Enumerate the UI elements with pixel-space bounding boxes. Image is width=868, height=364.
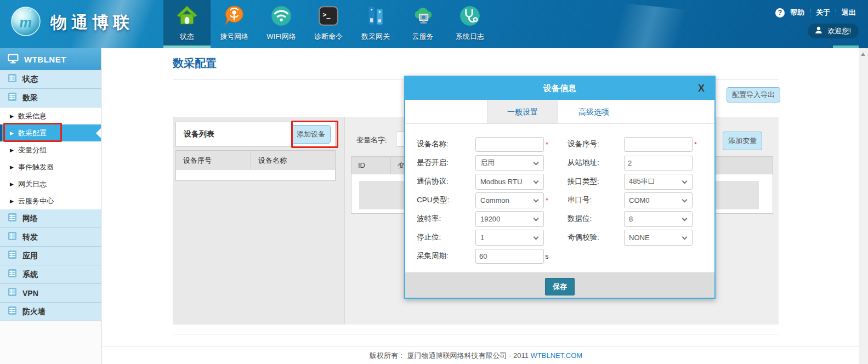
field-label: 通信协议: xyxy=(417,177,475,186)
sidebar-header: WTBLNET xyxy=(0,48,101,70)
modal-footer: 保存 xyxy=(405,272,714,298)
interface-type-select[interactable]: 485串口 xyxy=(624,174,693,190)
sidebar-subitem-data-config[interactable]: ▶ 数采配置 xyxy=(0,124,101,141)
nav-item-status[interactable]: 状态 xyxy=(163,0,211,48)
sidebar-item-forwarding[interactable]: 转发 xyxy=(0,228,101,247)
nav-item-dial-network[interactable]: 拨号网络 xyxy=(211,0,258,48)
list-icon xyxy=(8,73,17,85)
device-name-field[interactable] xyxy=(475,137,544,152)
device-list-panel: 设备列表 添加设备 设备序号 设备名称 xyxy=(173,117,344,325)
add-device-button[interactable]: 添加设备 xyxy=(291,125,331,144)
welcome-badge[interactable]: 欢迎您! xyxy=(808,24,859,38)
link-divider xyxy=(836,9,836,16)
footer-top-divider xyxy=(102,346,859,346)
device-serial-field[interactable] xyxy=(624,137,693,152)
stop-bits-select[interactable]: 1 xyxy=(475,230,544,246)
stethoscope-icon xyxy=(458,4,481,30)
com-port-select[interactable]: COM0 xyxy=(624,192,693,208)
sidebar-subitem-data-info[interactable]: ▶ 数采信息 xyxy=(0,107,101,124)
select-value: 8 xyxy=(629,215,633,223)
baud-rate-select[interactable]: 19200 xyxy=(475,211,544,227)
form-row-collect-period: 采集周期: s xyxy=(417,247,549,265)
select-value: 1 xyxy=(480,234,484,242)
sidebar-item-label: 状态 xyxy=(22,75,38,84)
list-icon xyxy=(8,250,17,261)
required-marker: * xyxy=(546,196,548,204)
nav-label: 拨号网络 xyxy=(220,32,248,42)
triangle-right-icon: ▶ xyxy=(10,164,14,170)
nav-item-system-log[interactable]: 系统日志 xyxy=(446,0,493,48)
page-scrollbar[interactable] xyxy=(859,48,868,364)
terminal-icon: >_ xyxy=(317,4,340,30)
nav-item-diagnostic-command[interactable]: >_ 诊断命令 xyxy=(305,0,352,48)
sidebar-item-application[interactable]: 应用 xyxy=(0,247,101,265)
add-variable-button[interactable]: 添加变量 xyxy=(723,132,762,150)
sidebar-subitem-variable-group[interactable]: ▶ 变量分组 xyxy=(0,141,101,158)
top-links: ? 帮助 关于 退出 xyxy=(775,8,856,18)
tab-general-settings[interactable]: 一般设置 xyxy=(487,100,558,123)
slave-address-field[interactable] xyxy=(624,156,693,170)
sidebar-item-system[interactable]: 系统 xyxy=(0,265,101,284)
collect-period-field[interactable] xyxy=(475,249,544,264)
sidebar-item-label: 系统 xyxy=(22,270,38,280)
nav-item-cloud-service[interactable]: 云服务 xyxy=(399,0,446,48)
top-header: m 物通博联 状态 xyxy=(0,0,868,48)
field-label: 数据位: xyxy=(568,214,624,224)
sidebar-item-network[interactable]: 网络 xyxy=(0,209,101,228)
sidebar-item-vpn[interactable]: VPN xyxy=(0,284,101,303)
sidebar-item-label: 防火墙 xyxy=(22,307,46,317)
gateway-icon xyxy=(364,4,387,30)
sidebar-item-label: 事件触发器 xyxy=(18,162,54,172)
form-row-stop-bits: 停止位: 1 xyxy=(417,228,549,247)
cpu-type-select[interactable]: Common xyxy=(475,192,544,208)
enabled-select[interactable]: 启用 xyxy=(475,155,544,171)
field-label: CPU类型: xyxy=(417,195,475,205)
logout-link[interactable]: 退出 xyxy=(842,8,856,18)
field-label: 采集周期: xyxy=(417,251,475,261)
chevron-down-icon xyxy=(534,234,539,240)
device-table-header: 设备序号 设备名称 xyxy=(175,150,336,170)
field-label: 奇偶校验: xyxy=(568,232,624,242)
form-row-protocol: 通信协议: Modbus RTU xyxy=(417,172,549,191)
sidebar-item-data-acquisition[interactable]: 数采 xyxy=(0,89,101,107)
data-bits-select[interactable]: 8 xyxy=(624,211,693,227)
chevron-down-icon xyxy=(534,197,539,202)
scrollbar-up-arrow-icon[interactable] xyxy=(861,53,865,56)
tab-advanced-options[interactable]: 高级选项 xyxy=(558,100,629,123)
protocol-select[interactable]: Modbus RTU xyxy=(475,174,544,190)
sidebar: WTBLNET 状态 数采 ▶ 数采信息 ▶ 数采配置 ▶ 变量分组 ▶ 事件触… xyxy=(0,48,101,364)
parity-select[interactable]: NONE xyxy=(624,230,693,246)
device-info-modal: 设备信息 X 一般设置 高级选项 设备名称: * 是否开启: 启用 xyxy=(404,76,716,299)
monitor-icon xyxy=(8,54,19,65)
device-list-title: 设备列表 xyxy=(176,129,291,139)
close-icon[interactable]: X xyxy=(698,82,705,95)
chevron-down-icon xyxy=(534,178,539,184)
select-value: Common xyxy=(480,196,509,204)
form-row-device-serial: 设备序号: * xyxy=(568,135,697,153)
sidebar-item-label: 数采配置 xyxy=(18,128,47,138)
field-label: 波特率: xyxy=(417,214,475,224)
sidebar-subitem-cloud-center[interactable]: ▶ 云服务中心 xyxy=(0,192,101,209)
help-link[interactable]: 帮助 xyxy=(790,8,804,18)
nav-item-data-gateway[interactable]: 数采网关 xyxy=(352,0,399,48)
save-button[interactable]: 保存 xyxy=(545,278,575,295)
about-link[interactable]: 关于 xyxy=(816,8,830,18)
config-import-export-button[interactable]: 配置导入导出 xyxy=(727,87,780,103)
list-icon xyxy=(8,213,17,224)
field-label: 串口号: xyxy=(568,195,624,205)
chevron-down-icon xyxy=(534,215,539,221)
wifi-icon xyxy=(270,4,293,30)
sidebar-item-firewall[interactable]: 防火墙 xyxy=(0,303,101,321)
content-bottom-divider xyxy=(173,334,779,334)
sidebar-item-status[interactable]: 状态 xyxy=(0,70,101,89)
chevron-down-icon xyxy=(682,215,688,221)
list-icon xyxy=(8,269,17,280)
variable-filter-label: 变量名字: xyxy=(356,135,387,145)
wtblnet-link[interactable]: WTBLNET.COM xyxy=(531,351,583,360)
sidebar-subitem-event-trigger[interactable]: ▶ 事件触发器 xyxy=(0,158,101,175)
user-icon xyxy=(814,26,823,36)
sidebar-item-label: 转发 xyxy=(22,232,38,242)
sidebar-subitem-gateway-log[interactable]: ▶ 网关日志 xyxy=(0,175,101,192)
nav-item-wifi-network[interactable]: WIFI网络 xyxy=(258,0,305,48)
field-label: 设备序号: xyxy=(568,139,624,149)
